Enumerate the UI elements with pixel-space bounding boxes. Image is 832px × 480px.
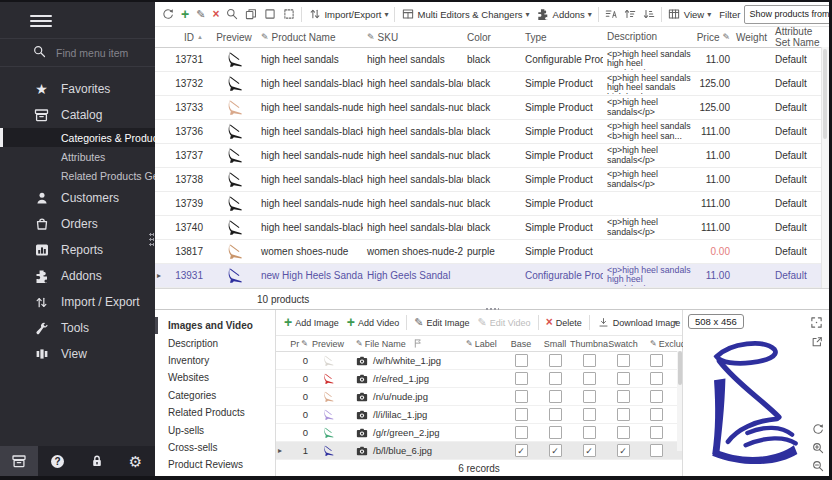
column-header-weight[interactable]: Weight xyxy=(733,32,767,43)
column-header-label[interactable]: ✎ Label xyxy=(466,338,504,349)
exclude-checkbox[interactable] xyxy=(650,426,663,439)
addons-menu[interactable]: Addons ▾ xyxy=(534,6,595,23)
rotate-icon[interactable] xyxy=(810,421,825,436)
fullscreen-icon[interactable] xyxy=(809,315,824,330)
add-image-button[interactable]: + Add Image xyxy=(281,315,342,330)
sidebar-item-tools[interactable]: Tools xyxy=(0,315,155,341)
base-checkbox[interactable] xyxy=(515,444,528,457)
detail-tab-related-products[interactable]: Related Products xyxy=(155,404,275,421)
image-row[interactable]: 0 /w/h/white_1.jpg xyxy=(276,352,682,370)
column-header-color[interactable]: Color xyxy=(463,32,521,43)
sidebar-item-import-export[interactable]: Import / Export xyxy=(0,289,155,315)
swatch-checkbox[interactable] xyxy=(617,390,630,403)
thumbnail-checkbox[interactable] xyxy=(583,408,596,421)
detail-tab-categories[interactable]: Categories xyxy=(155,387,275,404)
vertical-scrollbar[interactable] xyxy=(821,47,829,288)
product-row[interactable]: 13817 women shoes-nude women shoes-nude-… xyxy=(155,240,829,264)
select-region-button[interactable] xyxy=(280,6,298,22)
detail-tab-up-sells[interactable]: Up-sells xyxy=(155,421,275,438)
product-row[interactable]: 13732 high heel sandals-black high heel … xyxy=(155,72,829,96)
delete-product-button[interactable]: × xyxy=(209,7,222,22)
move-up-button[interactable] xyxy=(621,6,639,22)
sidebar-item-orders[interactable]: Orders xyxy=(0,211,155,237)
import-export-menu[interactable]: Import/Export ▾ xyxy=(305,6,391,23)
detail-tab-cross-sells[interactable]: Cross-sells xyxy=(155,439,275,456)
exclude-checkbox[interactable] xyxy=(650,408,663,421)
image-row[interactable]: 0 /g/r/green_2.jpg xyxy=(276,424,682,442)
thumbnail-checkbox[interactable] xyxy=(583,426,596,439)
menu-search[interactable] xyxy=(0,38,155,67)
add-product-button[interactable]: + xyxy=(178,7,192,22)
zoom-in-icon[interactable] xyxy=(810,440,825,455)
hamburger-menu-icon[interactable] xyxy=(30,12,52,30)
image-row[interactable]: 0 /n/u/nude.jpg xyxy=(276,388,682,406)
base-checkbox[interactable] xyxy=(515,426,528,439)
small-checkbox[interactable] xyxy=(549,444,562,457)
column-header-preview[interactable]: Preview xyxy=(308,339,348,349)
filter-select[interactable]: Show products from selected categories ▾ xyxy=(744,5,829,24)
column-header-priority[interactable]: Pr ✎ xyxy=(286,338,308,349)
product-row[interactable]: 13737 high heel sandals-nude-36 high hee… xyxy=(155,144,829,168)
sidebar-item-reports[interactable]: Reports xyxy=(0,237,155,263)
small-checkbox[interactable] xyxy=(549,372,562,385)
exclude-checkbox[interactable] xyxy=(650,354,663,367)
base-checkbox[interactable] xyxy=(515,354,528,367)
refresh-button[interactable] xyxy=(159,6,177,22)
column-header-description[interactable]: Description xyxy=(603,32,691,42)
scrollbar-thumb[interactable] xyxy=(823,49,827,139)
column-header-preview[interactable]: Preview xyxy=(207,32,257,43)
add-video-button[interactable]: + Add Video xyxy=(344,315,403,330)
column-header-exclude[interactable]: ✎ Exclude xyxy=(640,338,676,349)
copy-button[interactable] xyxy=(242,6,260,22)
column-header-id[interactable]: ID ▲ xyxy=(167,32,207,43)
image-row[interactable]: 0 /l/i/lilac_1.jpg xyxy=(276,406,682,424)
detail-tab-description[interactable]: Description xyxy=(155,334,275,351)
thumbnail-checkbox[interactable] xyxy=(583,372,596,385)
detail-tab-inventory[interactable]: Inventory xyxy=(155,352,275,369)
lock-icon[interactable] xyxy=(87,451,107,471)
detail-tab-images-and-video[interactable]: Images and Video xyxy=(155,317,275,334)
column-header-base[interactable]: Base xyxy=(504,339,538,349)
column-header-price[interactable]: Price ✎ xyxy=(691,32,733,43)
thumbnail-checkbox[interactable] xyxy=(583,444,596,457)
detail-tab-product-reviews[interactable]: Product Reviews xyxy=(155,456,275,473)
column-header-thumbnail[interactable]: Thumbna xyxy=(572,339,606,349)
exclude-checkbox[interactable] xyxy=(650,372,663,385)
column-header-type[interactable]: Type xyxy=(521,32,603,43)
image-row[interactable]: 0 /r/e/red_1.jpg xyxy=(276,370,682,388)
exclude-checkbox[interactable] xyxy=(650,444,663,457)
thumbnail-checkbox[interactable] xyxy=(583,354,596,367)
panel-splitter-handle[interactable] xyxy=(485,307,499,311)
zoom-out-icon[interactable] xyxy=(810,458,825,473)
search-input[interactable] xyxy=(54,46,158,60)
small-checkbox[interactable] xyxy=(549,390,562,403)
edit-image-button[interactable]: ✎ Edit Image xyxy=(411,315,472,330)
product-row[interactable]: 13733 high heel sandals-nude high heel s… xyxy=(155,96,829,120)
edit-video-button[interactable]: ✎ Edit Video xyxy=(475,315,534,330)
swatch-checkbox[interactable] xyxy=(617,372,630,385)
gear-icon[interactable]: ⚙ xyxy=(126,451,146,471)
sidebar-item-favorites[interactable]: ★ Favorites xyxy=(0,76,155,102)
column-header-file-name[interactable]: ✎ File Name xyxy=(348,338,466,349)
small-checkbox[interactable] xyxy=(549,426,562,439)
column-header-small[interactable]: Small xyxy=(538,339,572,349)
base-checkbox[interactable] xyxy=(515,372,528,385)
toolbar-overflow-icon[interactable]: ▾ xyxy=(674,318,678,327)
move-down-button[interactable] xyxy=(640,6,658,22)
image-row[interactable]: ▸ 1 /b/l/blue_6.jpg xyxy=(276,442,682,460)
small-checkbox[interactable] xyxy=(549,354,562,367)
paste-button[interactable] xyxy=(261,6,279,22)
sort-az-button[interactable] xyxy=(602,6,620,22)
vertical-scrollbar[interactable] xyxy=(677,351,682,451)
column-header-product-name[interactable]: ✎ Product Name xyxy=(257,32,363,43)
product-row[interactable]: 13738 high heel sandals-black-37 high he… xyxy=(155,168,829,192)
sidebar-item-addons[interactable]: Addons xyxy=(0,263,155,289)
product-row[interactable]: 13740 high heel sandals-black-38 high he… xyxy=(155,216,829,240)
store-icon[interactable] xyxy=(0,446,38,476)
sidebar-item-categories-products[interactable]: Categories & Products xyxy=(0,128,155,147)
detail-tab-websites[interactable]: Websites xyxy=(155,369,275,386)
search-button[interactable] xyxy=(223,6,241,22)
open-external-icon[interactable] xyxy=(809,334,824,349)
panel-splitter-handle[interactable] xyxy=(149,232,154,246)
column-header-sku[interactable]: ✎ SKU xyxy=(363,32,463,43)
